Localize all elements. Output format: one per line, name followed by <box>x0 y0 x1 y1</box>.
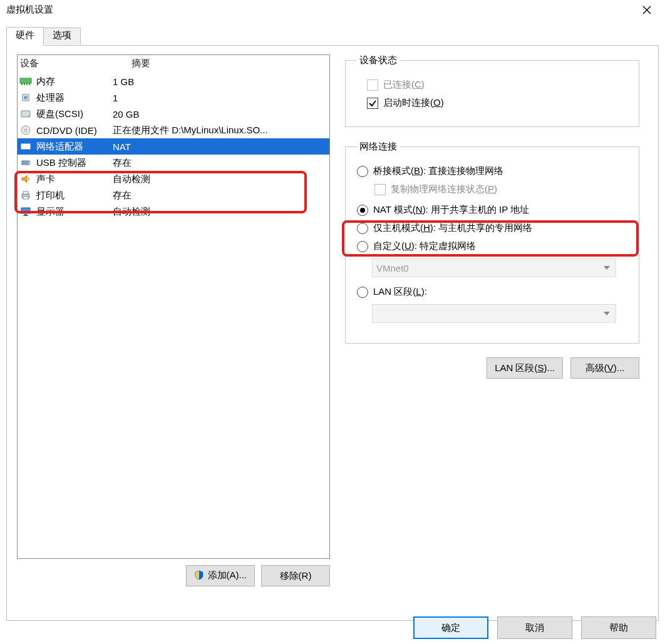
svg-point-12 <box>24 129 27 131</box>
memory-icon <box>19 74 33 88</box>
sound-icon <box>19 172 33 186</box>
device-row[interactable]: 网络适配器NAT <box>18 138 329 155</box>
device-row[interactable]: 声卡自动检测 <box>18 171 329 187</box>
device-name: 声卡 <box>36 173 55 185</box>
connect-at-poweron-checkbox[interactable] <box>367 98 378 109</box>
device-summary: 正在使用文件 D:\MyLinux\Linux.SO... <box>113 125 329 136</box>
svg-rect-21 <box>23 197 28 199</box>
remove-hardware-button[interactable]: 移除(R) <box>261 565 330 586</box>
radio-hostonly-label: 仅主机模式(H): 与主机共享的专用网络 <box>373 222 532 234</box>
advanced-button[interactable]: 高级(V)... <box>570 357 639 379</box>
ok-button[interactable]: 确定 <box>413 616 488 639</box>
svg-marker-18 <box>22 175 27 183</box>
nic-icon <box>19 140 33 153</box>
svg-rect-17 <box>29 161 31 164</box>
device-pane: 设备 摘要 内存1 GB处理器1硬盘(SCSI)20 GBCD/DVD (IDE… <box>17 54 330 586</box>
tab-options[interactable]: 选项 <box>43 28 81 44</box>
device-row[interactable]: 打印机存在 <box>18 187 329 203</box>
svg-rect-5 <box>26 83 28 85</box>
help-button[interactable]: 帮助 <box>581 616 656 639</box>
cd-icon <box>19 123 33 137</box>
svg-rect-24 <box>23 215 28 216</box>
device-list[interactable]: 设备 摘要 内存1 GB处理器1硬盘(SCSI)20 GBCD/DVD (IDE… <box>17 54 330 559</box>
radio-custom-label: 自定义(U): 特定虚拟网络 <box>373 240 476 252</box>
radio-bridged[interactable] <box>357 166 368 177</box>
lansegment-select <box>372 304 616 323</box>
device-name: 硬盘(SCSI) <box>36 108 83 120</box>
custom-vnet-select: VMnet0 <box>372 258 616 277</box>
radio-custom[interactable] <box>357 241 368 252</box>
device-summary: 1 <box>113 93 329 103</box>
right-pane: 设备状态 已连接(C) 启动时连接(O) 网络连接 <box>345 54 639 379</box>
device-summary: 自动检测 <box>113 206 329 218</box>
usb-icon <box>19 156 33 170</box>
device-name: 打印机 <box>36 190 64 202</box>
svg-rect-14 <box>23 146 25 149</box>
device-row[interactable]: USB 控制器存在 <box>18 155 329 171</box>
radio-lansegment[interactable] <box>357 287 368 298</box>
add-hardware-label: 添加(A)... <box>208 570 247 581</box>
device-row[interactable]: 处理器1 <box>18 89 329 106</box>
device-row[interactable]: 内存1 GB <box>18 73 329 89</box>
device-name: CD/DVD (IDE) <box>36 125 97 136</box>
printer-icon <box>19 188 33 202</box>
connected-label: 已连接(C) <box>383 79 425 91</box>
radio-hostonly[interactable] <box>357 223 368 234</box>
shield-icon <box>194 570 204 580</box>
device-state-legend: 设备状态 <box>357 54 400 66</box>
close-button[interactable] <box>632 1 661 19</box>
svg-rect-13 <box>21 144 30 149</box>
svg-rect-8 <box>24 96 28 100</box>
radio-nat[interactable] <box>357 205 368 216</box>
device-row[interactable]: 显示器自动检测 <box>18 203 329 220</box>
add-hardware-button[interactable]: 添加(A)... <box>186 565 255 586</box>
close-icon <box>642 6 651 14</box>
svg-rect-3 <box>21 83 23 85</box>
device-row[interactable]: 硬盘(SCSI)20 GB <box>18 106 329 122</box>
svg-rect-2 <box>20 78 31 83</box>
svg-rect-6 <box>29 83 30 85</box>
svg-rect-4 <box>24 83 25 85</box>
device-summary: 存在 <box>113 190 329 202</box>
display-icon <box>19 205 33 218</box>
device-name: USB 控制器 <box>36 157 86 169</box>
device-summary: 20 GB <box>113 109 329 120</box>
radio-nat-label: NAT 模式(N): 用于共享主机的 IP 地址 <box>373 204 529 216</box>
device-summary: NAT <box>113 141 329 152</box>
device-name: 处理器 <box>36 92 64 104</box>
header-device: 设备 <box>20 58 131 69</box>
connected-checkbox <box>367 79 378 91</box>
device-list-header: 设备 摘要 <box>18 55 329 73</box>
tab-hardware[interactable]: 硬件 <box>6 27 44 46</box>
device-name: 网络适配器 <box>36 141 83 153</box>
network-connection-legend: 网络连接 <box>357 141 400 153</box>
device-row[interactable]: CD/DVD (IDE)正在使用文件 D:\MyLinux\Linux.SO..… <box>18 122 329 138</box>
svg-rect-16 <box>22 161 29 165</box>
network-connection-group: 网络连接 桥接模式(B): 直接连接物理网络 复制物理网络连接状态(P) NAT… <box>345 141 639 344</box>
window-title: 虚拟机设置 <box>4 4 632 16</box>
disk-icon <box>19 107 33 121</box>
device-name: 内存 <box>36 76 55 88</box>
svg-rect-22 <box>21 208 30 213</box>
cpu-icon <box>19 91 33 105</box>
device-state-group: 设备状态 已连接(C) 启动时连接(O) <box>345 54 639 127</box>
radio-lansegment-label: LAN 区段(L): <box>373 286 427 298</box>
tab-strip: 硬件 选项 <box>6 26 659 45</box>
svg-point-10 <box>28 115 29 116</box>
svg-rect-15 <box>26 146 28 149</box>
lan-segments-button[interactable]: LAN 区段(S)... <box>487 357 563 379</box>
device-summary: 自动检测 <box>113 173 329 185</box>
device-summary: 1 GB <box>113 76 329 87</box>
header-summary: 摘要 <box>131 58 328 69</box>
replicate-checkbox <box>374 184 386 195</box>
radio-bridged-label: 桥接模式(B): 直接连接物理网络 <box>373 165 503 177</box>
cancel-button[interactable]: 取消 <box>497 616 572 639</box>
svg-rect-20 <box>23 192 28 194</box>
tab-page-hardware: 设备 摘要 内存1 GB处理器1硬盘(SCSI)20 GBCD/DVD (IDE… <box>6 45 659 621</box>
device-summary: 存在 <box>113 157 329 169</box>
title-bar: 虚拟机设置 <box>0 0 665 20</box>
svg-rect-23 <box>24 214 27 215</box>
dialog-footer: 确定 取消 帮助 <box>413 616 656 639</box>
connect-at-poweron-label: 启动时连接(O) <box>383 97 444 109</box>
replicate-label: 复制物理网络连接状态(P) <box>391 183 497 195</box>
